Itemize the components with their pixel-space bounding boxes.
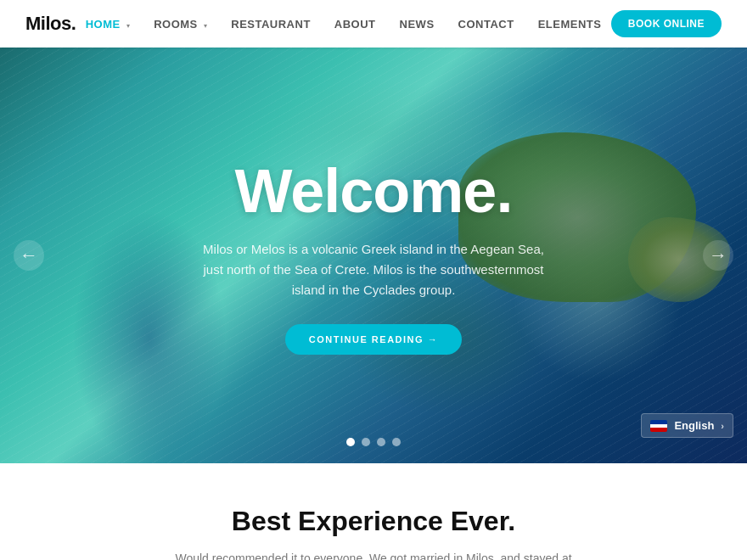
hero-dot-3[interactable] <box>377 438 385 446</box>
experience-title: Best Experience Ever. <box>25 506 722 537</box>
hero-prev-arrow[interactable]: ← <box>14 240 44 271</box>
nav-link-rooms[interactable]: ROOMS <box>154 18 198 31</box>
hero-dot-1[interactable] <box>346 438 355 446</box>
flag-icon <box>650 420 667 432</box>
hero-title: Welcome. <box>153 156 594 226</box>
nav-item-contact[interactable]: CONTACT <box>458 16 514 31</box>
hero-dot-2[interactable] <box>362 438 370 446</box>
site-logo[interactable]: Milos. <box>25 13 76 35</box>
hero-section: Welcome. Milos or Melos is a volcanic Gr… <box>0 48 747 463</box>
nav-link-restaurant[interactable]: RESTAURANT <box>231 18 311 31</box>
nav-item-restaurant[interactable]: RESTAURANT <box>231 16 311 31</box>
language-switcher[interactable]: English › <box>641 413 733 438</box>
nav-item-home[interactable]: HOME ▾ <box>86 16 130 31</box>
navbar: Milos. HOME ▾ ROOMS ▾ RESTAURANT ABOUT N… <box>0 0 747 48</box>
hero-dots <box>346 438 401 446</box>
nav-link-about[interactable]: ABOUT <box>334 18 376 31</box>
experience-description: Would recommended it to everyone. We got… <box>161 549 586 560</box>
nav-menu: HOME ▾ ROOMS ▾ RESTAURANT ABOUT NEWS CON… <box>86 16 602 31</box>
nav-link-elements[interactable]: ELEMENTS <box>538 18 602 31</box>
chevron-down-icon: ▾ <box>204 22 207 30</box>
hero-dot-4[interactable] <box>392 438 401 446</box>
nav-link-contact[interactable]: CONTACT <box>458 18 514 31</box>
experience-section: Best Experience Ever. Would recommended … <box>0 463 747 560</box>
hero-next-arrow[interactable]: → <box>703 240 733 271</box>
chevron-down-icon: ▾ <box>126 22 130 30</box>
nav-link-home[interactable]: HOME <box>86 18 121 31</box>
nav-item-rooms[interactable]: ROOMS ▾ <box>154 16 207 31</box>
nav-item-elements[interactable]: ELEMENTS <box>538 16 602 31</box>
book-online-button[interactable]: BOOK ONLINE <box>611 10 722 37</box>
nav-item-about[interactable]: ABOUT <box>334 16 376 31</box>
continue-reading-button[interactable]: CONTINUE READING → <box>285 324 462 355</box>
nav-link-news[interactable]: NEWS <box>400 18 435 31</box>
hero-description: Milos or Melos is a volcanic Greek islan… <box>195 239 552 300</box>
nav-item-news[interactable]: NEWS <box>400 16 435 31</box>
chevron-right-icon: › <box>721 421 724 431</box>
language-label: English <box>674 419 714 432</box>
hero-content: Welcome. Milos or Melos is a volcanic Gr… <box>153 156 594 355</box>
